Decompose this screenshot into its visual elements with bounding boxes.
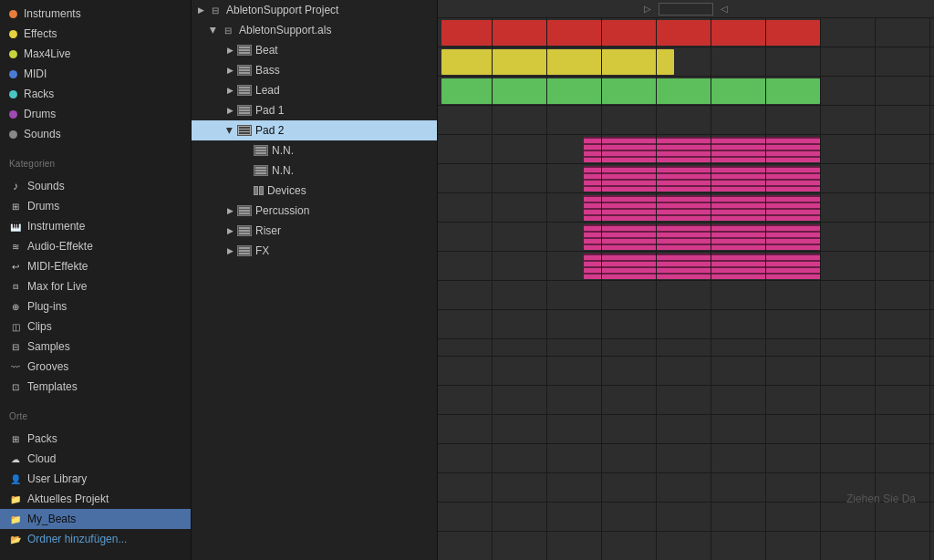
- track-riser[interactable]: ▶ Riser: [192, 221, 437, 241]
- percussion-label: Percussion: [255, 204, 309, 217]
- sidebar-item-cat-templates[interactable]: ⊡ Templates: [0, 377, 191, 397]
- packs-icon: ⊞: [9, 432, 22, 445]
- kategorien-section: ♪ Sounds ⊞ Drums 🎹 Instrumente ≋ Audio-E…: [0, 172, 191, 400]
- track-pad1[interactable]: ▶ Pad 1: [192, 100, 437, 120]
- nn1-clip[interactable]: [584, 166, 821, 192]
- riser-label: Riser: [255, 224, 281, 237]
- cloud-icon: ☁: [9, 452, 22, 465]
- sidebar-item-cat-sounds[interactable]: ♪ Sounds: [0, 176, 191, 196]
- arrangement-row-bass[interactable]: [438, 47, 934, 77]
- midi-effects-icon: ↩: [9, 260, 22, 273]
- percussion-clip[interactable]: [584, 254, 821, 279]
- track-nn2[interactable]: ▶ N.N.: [192, 161, 437, 181]
- user-library-label: User Library: [27, 472, 87, 485]
- arrangement-row-riser[interactable]: [438, 281, 934, 310]
- drums-label: Drums: [24, 108, 56, 120]
- sidebar-item-cat-drums[interactable]: ⊞ Drums: [0, 196, 191, 216]
- lead-grid: [438, 77, 934, 105]
- add-folder-icon: 📂: [9, 533, 22, 545]
- effects-dot: [9, 30, 17, 38]
- arrangement-row-beat[interactable]: [438, 18, 934, 47]
- sidebar-item-cat-plugins[interactable]: ⊕ Plug-ins: [0, 296, 191, 316]
- max-icon: ⧈: [9, 280, 22, 293]
- project-root[interactable]: ▶ ⊟ AbletonSupport Project: [192, 0, 437, 20]
- sidebar-item-racks[interactable]: Racks: [0, 84, 191, 104]
- arrangement-tracks: Ziehen Sie Da: [438, 18, 934, 560]
- templates-icon: ⊡: [9, 380, 22, 393]
- nn2-label: N.N.: [272, 164, 294, 177]
- grid-icon: ⊞: [9, 200, 22, 213]
- als-file[interactable]: ▶ ⊟ AbletonSupport.als: [192, 20, 437, 40]
- arrangement-row-fx[interactable]: [438, 310, 934, 339]
- sidebar-item-effects[interactable]: Effects: [0, 24, 191, 44]
- arrangement-row-pad1[interactable]: [438, 106, 934, 135]
- samples-icon: ⊟: [9, 340, 22, 353]
- project-icon: ⊟: [208, 3, 223, 17]
- sidebar-item-midi[interactable]: MIDI: [0, 64, 191, 84]
- riser-track-icon: [237, 225, 252, 236]
- sidebar-item-cat-audio[interactable]: ≋ Audio-Effekte: [0, 236, 191, 256]
- sidebar-item-cat-clips[interactable]: ◫ Clips: [0, 316, 191, 337]
- sidebar-item-cat-samples[interactable]: ⊟ Samples: [0, 337, 191, 357]
- track-percussion[interactable]: ▶ Percussion: [192, 201, 437, 221]
- riser-grid: [438, 281, 934, 309]
- track-pad2[interactable]: ▶ Pad 2: [192, 120, 437, 140]
- sidebar-item-my-beats[interactable]: 📁 My_Beats: [0, 509, 191, 529]
- devices-label: Devices: [267, 184, 306, 197]
- packs-label: Packs: [27, 432, 57, 445]
- cat-templates-label: Templates: [27, 380, 78, 393]
- current-project-label: Aktuelles Projekt: [27, 493, 109, 505]
- track-beat[interactable]: ▶ Beat: [192, 40, 437, 60]
- bass-grid: [438, 47, 934, 76]
- sidebar-item-drums[interactable]: Drums: [0, 104, 191, 124]
- audio-effects-icon: ≋: [9, 240, 22, 253]
- nn2-clip[interactable]: [584, 195, 821, 221]
- sidebar-item-max4live[interactable]: Max4Live: [0, 44, 191, 64]
- track-nn1[interactable]: ▶ N.N.: [192, 140, 437, 161]
- track-fx[interactable]: ▶ FX: [192, 241, 437, 261]
- drums-dot: [9, 110, 17, 119]
- sidebar-item-cat-grooves[interactable]: 〰 Grooves: [0, 357, 191, 377]
- midi-dot: [9, 70, 17, 78]
- cat-grooves-label: Grooves: [27, 360, 68, 373]
- track-bass[interactable]: ▶ Bass: [192, 60, 437, 80]
- sidebar-item-current-project[interactable]: 📁 Aktuelles Projekt: [0, 489, 191, 509]
- track-devices[interactable]: ▶ Devices: [192, 181, 437, 201]
- max4live-label: Max4Live: [24, 47, 70, 60]
- sidebar-item-sounds-top[interactable]: Sounds: [0, 124, 191, 144]
- pad1-grid: [438, 106, 934, 134]
- note-icon: ♪: [9, 180, 22, 192]
- lead-label: Lead: [255, 84, 280, 97]
- lead-arrow: ▶: [224, 85, 235, 96]
- arrangement-row-devices[interactable]: [438, 223, 934, 252]
- arrangement-view: ▷ ◁: [438, 0, 934, 560]
- sidebar-item-cat-instrumente[interactable]: 🎹 Instrumente: [0, 216, 191, 236]
- my-beats-icon: 📁: [9, 513, 22, 525]
- arrangement-row-percussion[interactable]: [438, 252, 934, 281]
- instruments-label: Instruments: [24, 7, 81, 20]
- arrangement-row-lead[interactable]: [438, 77, 934, 106]
- riser-arrow: ▶: [224, 225, 235, 236]
- nn2-track-icon: [254, 165, 268, 176]
- sidebar-item-instruments[interactable]: Instruments: [0, 4, 191, 24]
- play-icon: ▷: [644, 4, 651, 14]
- arrangement-row-nn2[interactable]: [438, 193, 934, 223]
- sidebar-item-user-library[interactable]: 👤 User Library: [0, 469, 191, 489]
- pad2-clip1[interactable]: [584, 137, 821, 162]
- kategorien-header: Kategorien: [0, 148, 191, 172]
- sidebar-item-add-folder[interactable]: 📂 Ordner hinzufügen...: [0, 529, 191, 549]
- sidebar-item-cat-max[interactable]: ⧈ Max for Live: [0, 276, 191, 296]
- arrangement-row-nn1[interactable]: [438, 164, 934, 193]
- beat-grid: [438, 18, 934, 47]
- arrangement-row-pad2[interactable]: [438, 135, 934, 164]
- sidebar-item-packs[interactable]: ⊞ Packs: [0, 429, 191, 449]
- stop-icon: ◁: [721, 4, 728, 14]
- track-lead[interactable]: ▶ Lead: [192, 80, 437, 100]
- sidebar-item-cloud[interactable]: ☁ Cloud: [0, 449, 191, 469]
- max4live-dot: [9, 50, 17, 58]
- pad1-label: Pad 1: [255, 104, 284, 117]
- top-section: Instruments Effects Max4Live MIDI Racks …: [0, 0, 191, 148]
- plugin-icon: ⊕: [9, 300, 22, 313]
- sidebar-item-cat-midi[interactable]: ↩ MIDI-Effekte: [0, 256, 191, 276]
- devices-clip[interactable]: [584, 224, 821, 250]
